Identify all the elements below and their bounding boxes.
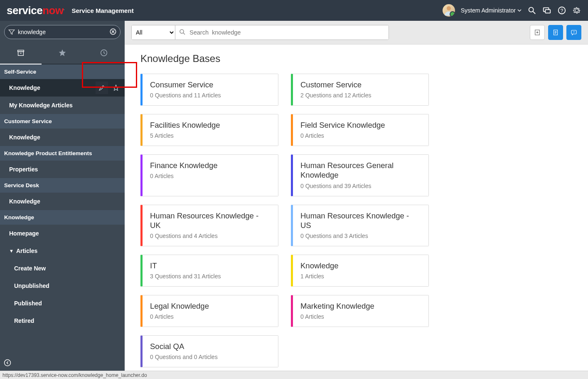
nav-list[interactable]: Self-ServiceKnowledgeMy Knowledge Articl… [0,64,125,371]
nav-section-header[interactable]: Knowledge [0,210,125,225]
nav-item[interactable]: Knowledge [0,129,125,146]
avatar[interactable] [443,4,455,17]
kb-card[interactable]: Human Resources Knowledge - US0 Question… [291,205,429,246]
logo-text-1: service [7,4,42,17]
kb-search-input[interactable] [189,25,389,40]
kb-card[interactable]: Marketing Knowledge 0 Articles [291,295,429,327]
ask-question-button[interactable]: ? [566,25,581,40]
kb-card-title: Legal Knowledge [150,301,271,311]
search-scope-select[interactable]: All [132,25,175,40]
star-icon [58,48,67,57]
svg-rect-9 [18,52,24,55]
create-article-button[interactable] [548,25,563,40]
nav-item-label: Create New [14,265,46,272]
nav-filter[interactable] [4,25,121,39]
nav-section-header[interactable]: Customer Service [0,114,125,129]
kb-card[interactable]: IT3 Questions and 31 Articles [140,255,278,287]
kb-card-meta: 0 Articles [150,313,271,320]
nav-filter-input[interactable] [15,27,109,37]
favorite-star-icon[interactable] [110,82,122,94]
kb-card[interactable]: Human Resources General Knowledge0 Quest… [291,154,429,196]
svg-point-12 [5,360,11,366]
kb-card-title: Knowledge [300,261,421,270]
chat-icon[interactable] [542,6,551,15]
svg-point-1 [529,7,534,12]
kb-card[interactable]: Human Resources Knowledge - UK0 Question… [140,205,278,246]
import-button[interactable] [530,25,545,40]
chevron-down-icon [517,8,522,12]
nav-item[interactable]: My Knowledge Articles [0,97,125,114]
nav-item-label: Retired [14,317,34,324]
kb-card-meta: 0 Articles [300,313,421,320]
svg-text:?: ? [573,31,575,34]
funnel-icon [8,28,15,36]
nav-section-header[interactable]: Service Desk [0,178,125,193]
content-frame: All ? Knowledge Bases Co [125,21,588,371]
document-icon [552,29,559,36]
nav-item[interactable]: Retired [0,312,125,329]
nav-item[interactable]: ▼Articles [0,242,125,260]
kb-card-meta: 0 Articles [300,132,421,139]
logo[interactable]: servicenow. [7,4,64,17]
kb-search: All [131,25,389,40]
kb-grid: Consumer Service0 Questions and 11 Artic… [140,74,431,367]
nav-item[interactable]: Knowledge [0,193,125,210]
kb-card[interactable]: Knowledge 1 Articles [291,255,429,287]
kb-card-title: Human Resources Knowledge - US [300,211,421,230]
left-nav: Self-ServiceKnowledgeMy Knowledge Articl… [0,21,125,371]
search-icon[interactable] [527,6,536,15]
kb-card[interactable]: Field Service Knowledge 0 Articles [291,114,429,146]
nav-tab-favorites[interactable] [42,43,83,64]
kb-card-title: Field Service Knowledge [300,120,421,130]
caret-down-icon: ▼ [9,248,14,253]
nav-item[interactable]: Properties [0,161,125,178]
content-body[interactable]: Knowledge Bases Consumer Service0 Questi… [125,45,588,371]
gear-icon[interactable] [572,6,581,15]
nav-tab-history[interactable] [83,43,125,64]
top-banner: servicenow. Service Management System Ad… [0,0,588,21]
nav-collapse[interactable] [0,356,125,371]
nav-section-header[interactable]: Self-Service [0,64,125,79]
kb-card[interactable]: Legal Knowledge 0 Articles [140,295,278,327]
status-bar: https://dev17393.service-now.com/knowled… [0,371,588,379]
nav-item-actions [96,82,122,94]
kb-card-title: IT [150,261,271,270]
app-name: Service Management [71,7,133,14]
nav-item-label: Articles [16,248,37,254]
nav-tab-apps[interactable] [0,43,42,64]
edit-icon[interactable] [96,82,108,94]
nav-section-header[interactable]: Knowledge Product Entitlements [0,146,125,161]
kb-card-meta: 0 Questions and 11 Articles [150,92,271,99]
clear-filter-icon[interactable] [109,28,117,37]
nav-item-label: Knowledge [9,198,40,205]
nav-item-label: Knowledge [9,134,40,141]
kb-card[interactable]: Facilities Knowledge 5 Articles [140,114,278,146]
search-icon [175,28,189,37]
nav-item[interactable]: Knowledge [0,79,125,97]
clock-icon [99,48,108,57]
kb-card-title: Facilities Knowledge [150,120,271,130]
help-icon[interactable]: ? [557,6,566,15]
nav-item[interactable]: Unpublished [0,277,125,295]
nav-item-label: Published [14,300,42,307]
svg-rect-4 [545,10,550,13]
kb-card-meta: 0 Articles [150,173,271,179]
svg-line-2 [533,12,536,14]
kb-card-title: Consumer Service [150,80,271,89]
content-toolbar: All ? [125,21,588,45]
kb-card[interactable]: Consumer Service0 Questions and 11 Artic… [140,74,278,106]
kb-card[interactable]: Customer Service2 Questions and 12 Artic… [291,74,429,106]
user-menu[interactable]: System Administrator [461,7,522,14]
kb-card-meta: 3 Questions and 31 Articles [150,273,271,280]
kb-card-meta: 0 Questions and 39 Articles [300,183,421,189]
logo-sup: . [64,7,64,11]
kb-card[interactable]: Finance Knowledge 0 Articles [140,154,278,196]
kb-card[interactable]: Social QA0 Questions and 0 Articles [140,335,278,367]
kb-card-title: Social QA [150,342,271,351]
nav-item[interactable]: Create New [0,260,125,277]
import-icon [534,29,541,36]
nav-item[interactable]: Homepage [0,225,125,242]
nav-tabs [0,43,125,64]
kb-card-title: Customer Service [300,80,421,89]
nav-item[interactable]: Published [0,295,125,312]
